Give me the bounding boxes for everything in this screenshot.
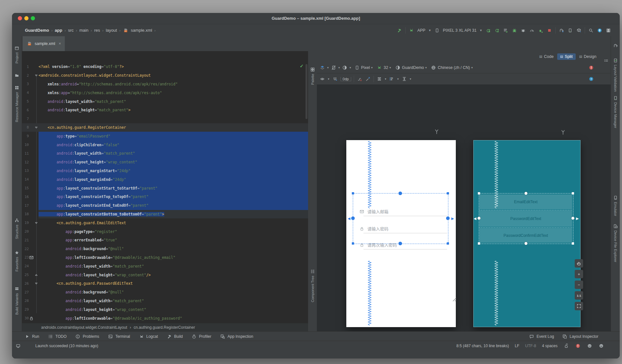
- code-line-26[interactable]: 26 <cn.authing.guard.PasswordEditText: [22, 279, 308, 288]
- code-line-28[interactable]: 28 android:layout_width="match_parent": [22, 297, 308, 305]
- code-line-14[interactable]: 14 android:layout_marginEnd="24dp": [22, 175, 308, 184]
- zoom-plus-button[interactable]: +: [575, 270, 583, 278]
- toolwindow-button-app-inspection[interactable]: App Inspection: [220, 334, 253, 339]
- update-button-icon[interactable]: [597, 28, 603, 33]
- code-line-7[interactable]: 7: [22, 115, 308, 123]
- toolwindow-button-run[interactable]: Run: [24, 334, 39, 339]
- breadcrumb-item-app[interactable]: app: [55, 28, 62, 33]
- breadcrumb-item-src[interactable]: src: [68, 28, 74, 33]
- selection-handle[interactable]: [351, 216, 355, 220]
- code-line-23[interactable]: 23 app:leftIconDrawable="@drawable/ic_au…: [22, 253, 308, 262]
- toolwindow-button-profiler[interactable]: Profiler: [191, 334, 211, 339]
- device-select[interactable]: PIXEL 3 XL API 31: [443, 28, 477, 33]
- code-line-24[interactable]: 24 android:layout_width="match_parent": [22, 262, 308, 270]
- component-tree-stripe-button[interactable]: Component Tree: [308, 269, 317, 302]
- clear-constraints-button-icon[interactable]: [357, 76, 363, 82]
- fold-marker[interactable]: [34, 221, 39, 225]
- blueprint-widget-3[interactable]: PasswordConfirmEditText: [479, 228, 572, 243]
- zoom-fit-button[interactable]: [575, 302, 583, 310]
- code-line-22[interactable]: 22 android:background="@null": [22, 245, 308, 253]
- mode-tab-design[interactable]: ▤Design: [576, 53, 599, 60]
- lock-open-icon[interactable]: [563, 343, 569, 349]
- stripe-item-layout-validation[interactable]: Layout Validation: [611, 58, 620, 92]
- code-line-12[interactable]: 12 android:layout_height="wrap_content": [22, 158, 308, 167]
- caret-position[interactable]: 8:5 (487 chars, 10 line breaks): [456, 344, 509, 348]
- code-line-20[interactable]: 20 app:pageType="register": [22, 227, 308, 236]
- night-mode-select-icon[interactable]: [342, 65, 348, 71]
- pack-button-icon[interactable]: [376, 76, 382, 82]
- fold-marker[interactable]: [34, 281, 39, 285]
- stripe-item-gradle[interactable]: [611, 43, 620, 49]
- selection-handle[interactable]: [398, 242, 402, 245]
- stop-button-icon[interactable]: [547, 28, 552, 33]
- infer-constraints-button-icon[interactable]: [365, 76, 371, 82]
- autoconnect-toggle-icon[interactable]: [332, 76, 338, 82]
- zoom-one2one-button[interactable]: 1:1: [575, 291, 583, 300]
- help-button-icon[interactable]: ?: [588, 76, 594, 82]
- stripe-item-folder[interactable]: [12, 72, 22, 78]
- run-tasks-button-icon[interactable]: [503, 28, 509, 33]
- palette-stripe-button[interactable]: Palette: [308, 67, 317, 85]
- debug-button-icon[interactable]: [512, 28, 517, 33]
- code-line-6[interactable]: 6 android:layout_height="match_parent">: [22, 106, 308, 115]
- close-tab-icon[interactable]: ×: [59, 41, 61, 46]
- code-line-18[interactable]: 18 app:layout_constraintBottom_toBottomO…: [22, 210, 308, 219]
- breadcrumb-item-guarddemo[interactable]: GuardDemo: [25, 28, 49, 33]
- stripe-item-resource-manager[interactable]: Resource Manager: [12, 85, 22, 122]
- selection-handle[interactable]: [447, 192, 449, 194]
- api-version[interactable]: 32▾: [375, 65, 392, 71]
- code-line-25[interactable]: 25 android:layout_height="wrap_content"/…: [22, 270, 308, 279]
- gradle-sync-button-icon[interactable]: [559, 28, 564, 33]
- design-surface-select-icon[interactable]: [319, 65, 325, 71]
- breadcrumb-item-sample-xml[interactable]: sample.xml: [131, 28, 152, 33]
- error-indicator-icon[interactable]: [575, 343, 581, 349]
- resize-grip-icon[interactable]: [451, 296, 456, 303]
- code-line-5[interactable]: 5 android:layout_width="match_parent": [22, 97, 308, 106]
- code-line-19[interactable]: 19 <cn.authing.guard.EmailEditText: [22, 218, 308, 227]
- attach-debugger-button-icon[interactable]: [520, 28, 526, 33]
- blueprint-widget-1[interactable]: EmailEditText: [479, 194, 572, 209]
- apply-code-changes-button-icon[interactable]: A: [494, 28, 500, 33]
- code-editor[interactable]: 1<?xml version="1.0" encoding="utf-8"?>2…: [22, 51, 308, 323]
- code-line-30[interactable]: 30 app:leftIconDrawable="@drawable/ic_au…: [22, 314, 308, 323]
- toolwindow-button-layout-inspector[interactable]: Layout Inspector: [562, 334, 598, 339]
- breadcrumb-item-res[interactable]: res: [94, 28, 100, 33]
- build-button-icon[interactable]: [397, 28, 402, 33]
- breadcrumb-item-layout[interactable]: layout: [106, 28, 117, 33]
- code-line-21[interactable]: 21 app:errorEnabled="true": [22, 236, 308, 245]
- default-margins-select[interactable]: 0dp: [340, 77, 351, 81]
- code-line-4[interactable]: 4 xmlns:app="http://schemas.android.com/…: [22, 88, 308, 97]
- device-manager-button-icon[interactable]: [567, 28, 573, 33]
- code-line-1[interactable]: 1<?xml version="1.0" encoding="utf-8"?>: [22, 62, 308, 71]
- code-line-3[interactable]: 3 xmlns:android="http://schemas.android.…: [22, 80, 308, 89]
- toolwindow-button-terminal[interactable]: Terminal: [108, 334, 130, 339]
- mode-tab-code[interactable]: ▤Code: [536, 53, 557, 60]
- code-line-27[interactable]: 27 android:background="@null": [22, 288, 308, 297]
- locale-select[interactable]: Chinese (zh / CN)▾: [430, 65, 474, 71]
- profiler-gauge-button-icon[interactable]: [529, 28, 535, 33]
- code-line-15[interactable]: 15 app:layout_constraintStart_toStartOf=…: [22, 184, 308, 193]
- fold-marker[interactable]: [34, 273, 39, 277]
- code-line-8[interactable]: 8 <cn.authing.guard.RegisterContainer: [22, 123, 308, 132]
- stripe-item-favorites[interactable]: Favorites: [12, 250, 22, 271]
- indent-setting[interactable]: 4 spaces: [542, 344, 558, 348]
- breadcrumb-item-main[interactable]: main: [79, 28, 88, 33]
- file-encoding[interactable]: UTF-8: [525, 344, 536, 348]
- selection-rect[interactable]: [353, 193, 448, 244]
- toolwindow-button-event-log[interactable]: Event Log: [529, 334, 554, 339]
- design-canvas[interactable]: +−1:1 请输入邮箱请输入密码请再次输入密码◀▶◀▶EmailEditText…: [317, 84, 611, 331]
- toolwindow-switcher-icon[interactable]: [15, 343, 21, 349]
- code-line-13[interactable]: 13 android:layout_marginStart="24dp": [22, 167, 308, 175]
- xml-breadcrumb-item[interactable]: androidx.constraintlayout.widget.Constra…: [41, 325, 127, 330]
- guidelines-button-icon[interactable]: [401, 76, 407, 82]
- stripe-item-device-file-explorer[interactable]: Device File Explorer: [611, 223, 620, 262]
- avatar-button-icon[interactable]: [605, 28, 611, 33]
- orientation-select-icon[interactable]: [331, 65, 337, 71]
- stripe-item-project[interactable]: Project: [12, 45, 22, 63]
- code-line-9[interactable]: 9 app:type="emailPassword": [22, 132, 308, 140]
- selection-handle[interactable]: [352, 192, 354, 194]
- device-for-preview[interactable]: Pixel▾: [353, 65, 374, 71]
- fold-marker[interactable]: [34, 126, 39, 129]
- selection-handle[interactable]: [478, 192, 480, 194]
- zoom-minus-button[interactable]: −: [575, 281, 583, 289]
